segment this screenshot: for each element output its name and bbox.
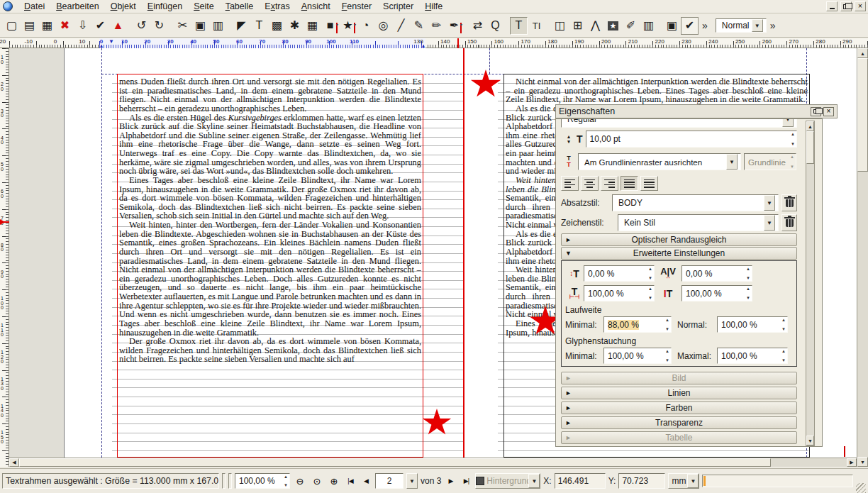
vertical-scroll-thumb[interactable] [857, 58, 868, 172]
zoom-tool-button[interactable]: Q [486, 17, 504, 35]
window-restore-button[interactable] [840, 1, 852, 11]
save-document-button[interactable]: ▦ [38, 17, 56, 35]
font-style-select[interactable]: Regular ▼ [561, 118, 797, 128]
menu-tabelle[interactable]: Tabelle [220, 1, 260, 12]
align-left-button[interactable] [561, 176, 579, 191]
resize-grip[interactable] [856, 483, 866, 493]
insert-text-frame-button[interactable]: T [250, 17, 268, 35]
first-line-indent-marker[interactable]: ▼ [108, 38, 114, 45]
scroll-left-icon[interactable]: ◀ [9, 458, 19, 467]
remove-paragraph-style-button[interactable] [781, 194, 797, 211]
spinner-icon[interactable]: ▲▼ [791, 132, 795, 146]
zoom-default-icon[interactable]: ⊙ [310, 474, 324, 488]
edit-contents-button[interactable]: T [510, 17, 528, 35]
open-document-button[interactable]: ▤ [21, 17, 38, 35]
insert-bezier-button[interactable]: ✎ [410, 17, 428, 35]
red-vertical-line-object[interactable] [463, 48, 464, 458]
measurements-button[interactable]: ⋀ [586, 17, 604, 35]
glyph-max-input[interactable]: 100,00 % ▲▼ [717, 348, 788, 364]
menu-scripter[interactable]: Scripter [377, 1, 419, 12]
remove-char-style-button[interactable] [781, 214, 797, 231]
page-select-arrow-icon[interactable]: ▼ [406, 473, 418, 489]
pdf-push-button[interactable]: ▣ [663, 17, 681, 35]
spinner-icon[interactable]: ▲▼ [665, 318, 669, 331]
scroll-down-icon[interactable]: ▼ [857, 457, 868, 467]
select-item-button[interactable]: ◤ [233, 17, 250, 35]
scroll-down-icon[interactable]: ▼ [806, 436, 814, 445]
horizontal-ruler[interactable]: -20-100100102030405060708090100110130140… [0, 38, 868, 48]
window-close-button[interactable]: × [855, 1, 866, 11]
scroll-up-icon[interactable]: ▲ [806, 121, 814, 131]
rotate-item-button[interactable]: ⇄ [469, 17, 486, 35]
unit-select[interactable]: mm ▼ [668, 473, 699, 489]
current-page-input[interactable]: 2 [375, 473, 404, 489]
spinner-icon[interactable]: ▲▼ [648, 267, 652, 280]
section-linien[interactable]: ►Linien [561, 387, 797, 399]
glyph-min-input[interactable]: 100,00 % ▲▼ [603, 348, 672, 364]
insert-freehand-button[interactable]: ✏ [428, 17, 445, 35]
panel-scroll-thumb[interactable] [806, 131, 814, 164]
preflight-verifier-button[interactable]: ✔ [91, 17, 109, 35]
copy-item-properties-button[interactable]: ★ [604, 17, 622, 35]
menu-ansicht[interactable]: Ansicht [296, 1, 336, 12]
scale-width-input[interactable]: 100,00 % ▲▼ [584, 285, 655, 301]
toolbar-overflow2-icon[interactable]: » [767, 20, 779, 31]
cut-button[interactable]: ✂ [174, 17, 191, 35]
insert-calligraphic-button[interactable]: ✒▾ [445, 17, 463, 35]
spinner-icon[interactable]: ▲▼ [665, 349, 669, 362]
last-page-button[interactable]: ▶| [460, 474, 472, 488]
layer-select[interactable]: Hintergrund ▼ [475, 473, 540, 489]
spinner-icon[interactable]: ▲▼ [648, 287, 652, 300]
baseline-offset-input[interactable]: 0,00 % ▲▼ [584, 265, 655, 282]
vertical-ruler[interactable]: 1 02 03 04 05 06 07 08 09 01 0 01 1 01 2… [0, 48, 9, 467]
panel-scrollbar[interactable]: ▲ ▼ [806, 121, 815, 446]
insert-polygon-button[interactable]: ★▾ [339, 17, 357, 35]
align-right-button[interactable] [601, 176, 618, 191]
section-advanced-settings[interactable]: ▼ Erweiterte Einstellungen [561, 247, 797, 260]
line-spacing-mode-select[interactable]: Am Grundlinienraster ausrichten ▼ [578, 153, 741, 170]
insert-arc-button[interactable]: ◔ [357, 17, 374, 35]
left-column-text[interactable]: mens Duden fließt durch ihren Ort und ve… [119, 77, 421, 458]
section-optical-margins[interactable]: ► Optischer Randausgleich [561, 233, 797, 246]
undo-button[interactable]: ↺ [133, 17, 150, 35]
print-button[interactable]: ⇩ [74, 17, 91, 35]
align-center-button[interactable] [581, 176, 599, 191]
insert-barcode-button[interactable]: ▥ [640, 17, 657, 35]
menu-fenster[interactable]: Fenster [336, 1, 377, 12]
insert-render-frame-button[interactable]: ✱ [286, 17, 304, 35]
menu-extras[interactable]: Extras [259, 1, 295, 12]
next-page-button[interactable]: ▶ [444, 474, 457, 488]
chevron-down-icon[interactable]: ▼ [764, 195, 775, 211]
zoom-out-icon[interactable]: ⊖ [293, 474, 307, 488]
pdf-checkbox-button[interactable]: ✔ [681, 17, 699, 35]
kerning-input[interactable]: 0,00 % ▲▼ [681, 265, 752, 282]
panel-close-button[interactable]: × [823, 107, 834, 116]
tracking-normal-input[interactable]: 100,00 % ▲▼ [717, 316, 788, 333]
export-pdf-button[interactable]: ▲ [109, 17, 127, 35]
horizontal-scrollbar[interactable]: ◀ ▶ [9, 458, 857, 467]
char-style-select[interactable]: Kein Stil ▼ [618, 214, 779, 231]
scale-height-input[interactable]: 100,00 % ▲▼ [681, 285, 752, 301]
zoom-level-input[interactable]: 100,00 % ▲▼ [235, 473, 290, 489]
chevron-down-icon[interactable]: ▼ [782, 118, 794, 127]
redo-button[interactable]: ↻ [150, 17, 168, 35]
insert-spiral-button[interactable]: ◎ [374, 17, 392, 35]
menu-objekt[interactable]: Objekt [105, 1, 142, 12]
link-text-frames-button[interactable]: ◫ [551, 17, 569, 35]
unlink-text-frames-button[interactable]: ⊞ [569, 17, 586, 35]
insert-shape-button[interactable]: ■▾ [321, 17, 339, 35]
insert-image-frame-button[interactable]: ▩ [268, 17, 286, 35]
zoom-in-icon[interactable]: ⊕ [327, 474, 341, 488]
chevron-down-icon[interactable]: ▼ [726, 154, 738, 170]
story-editor-button[interactable]: TI [528, 17, 545, 35]
spinner-icon[interactable]: ▲▼ [781, 318, 786, 331]
eye-dropper-button[interactable]: ✐ [622, 17, 640, 35]
spinner-icon[interactable]: ▲▼ [746, 267, 750, 280]
horizontal-scroll-thumb[interactable] [19, 458, 771, 467]
paragraph-style-select[interactable]: BODY ▼ [612, 194, 779, 211]
view-mode-select[interactable]: Normal ▼ [716, 18, 767, 33]
copy-button[interactable]: ▣ [191, 17, 209, 35]
section-transparenz[interactable]: ►Transparenz [561, 416, 797, 429]
chevron-down-icon[interactable]: ▼ [764, 215, 775, 231]
insert-line-button[interactable]: ╱ [392, 17, 410, 35]
